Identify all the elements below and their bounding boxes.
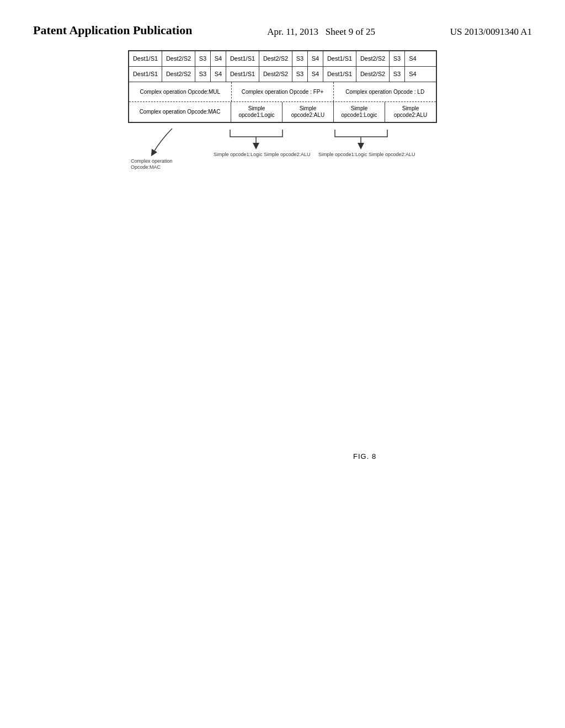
- publication-number: US 2013/0091340 A1: [450, 22, 532, 39]
- cell-g2r1-dest1s1: Dest1/S1: [226, 51, 259, 66]
- svg-text:Opcode:MAC: Opcode:MAC: [131, 164, 161, 170]
- cell-g1r1-dest1s1: Dest1/S1: [129, 51, 162, 66]
- figure-label: FIG. 8: [353, 452, 376, 461]
- cell-g1r1-dest2s2: Dest2/S2: [162, 51, 195, 66]
- cell-g1r1-s4: S4: [211, 51, 226, 66]
- svg-text:Simple opcode1:Logic  Simple o: Simple opcode1:Logic Simple opcode2:ALU: [318, 152, 415, 157]
- cell-complex-fp: Complex operation Opcode : FP+: [232, 82, 334, 101]
- cell-g2r2-dest2s2: Dest2/S2: [259, 67, 292, 82]
- inner-diagram: Dest1/S1 Dest2/S2 S3 S4 Dest1/S1 Dest2/S…: [128, 50, 437, 195]
- annotation-section: Complex operation Opcode:MAC Simple opco…: [128, 123, 437, 195]
- cell-g3r2-s3: S3: [390, 67, 405, 82]
- publication-date: Apr. 11, 2013 Sheet 9 of 25: [267, 22, 375, 39]
- cell-simple-logic1: Simple opcode1:Logic: [231, 102, 282, 122]
- svg-text:Simple opcode1:Logic  Simple o: Simple opcode1:Logic Simple opcode2:ALU: [214, 152, 311, 157]
- cell-g1r2-dest2s2: Dest2/S2: [162, 67, 195, 82]
- cell-complex-mac: Complex operation Opcode:MUL: [129, 82, 232, 101]
- cell-g1r2-s4: S4: [211, 67, 226, 82]
- cell-g3r2-dest2s2: Dest2/S2: [356, 67, 390, 82]
- cell-simple-mac: Complex operation Opcode:MAC: [129, 102, 231, 122]
- publication-title: Patent Application Publication: [33, 22, 192, 39]
- cell-g2r1-s4: S4: [308, 51, 323, 66]
- cell-g2r1-s3: S3: [292, 51, 308, 66]
- table-row-complex: Complex operation Opcode:MUL Complex ope…: [129, 82, 436, 102]
- diagram-table: Dest1/S1 Dest2/S2 S3 S4 Dest1/S1 Dest2/S…: [128, 50, 437, 123]
- table-row: Dest1/S1 Dest2/S2 S3 S4 Dest1/S1 Dest2/S…: [129, 67, 436, 82]
- diagram-wrapper: Dest1/S1 Dest2/S2 S3 S4 Dest1/S1 Dest2/S…: [0, 50, 565, 195]
- annotations-svg: Complex operation Opcode:MAC Simple opco…: [128, 123, 437, 195]
- page-header: Patent Application Publication Apr. 11, …: [0, 0, 565, 50]
- cell-g3r1-s3: S3: [390, 51, 405, 66]
- cell-simple-alu1: Simple opcode2:ALU: [282, 102, 334, 122]
- table-row-simple: Complex operation Opcode:MAC Simple opco…: [129, 102, 436, 122]
- cell-complex-ld: Complex operation Opcode : LD: [334, 82, 436, 101]
- table-row: Dest1/S1 Dest2/S2 S3 S4 Dest1/S1 Dest2/S…: [129, 51, 436, 67]
- cell-simple-alu2: Simple opcode2:ALU: [385, 102, 436, 122]
- cell-g2r2-dest1s1: Dest1/S1: [226, 67, 259, 82]
- cell-g3r2-dest1s1: Dest1/S1: [323, 67, 356, 82]
- svg-text:Complex operation: Complex operation: [131, 158, 173, 164]
- cell-g3r1-dest1s1: Dest1/S1: [323, 51, 356, 66]
- cell-g1r1-s3: S3: [195, 51, 211, 66]
- cell-g1r2-dest1s1: Dest1/S1: [129, 67, 162, 82]
- cell-g1r2-s3: S3: [195, 67, 211, 82]
- cell-g3r1-s4: S4: [405, 51, 420, 66]
- cell-g2r2-s3: S3: [292, 67, 308, 82]
- cell-g2r2-s4: S4: [308, 67, 323, 82]
- cell-g2r1-dest2s2: Dest2/S2: [259, 51, 292, 66]
- cell-simple-logic2: Simple opcode1:Logic: [334, 102, 385, 122]
- cell-g3r2-s4: S4: [405, 67, 420, 82]
- cell-g3r1-dest2s2: Dest2/S2: [356, 51, 390, 66]
